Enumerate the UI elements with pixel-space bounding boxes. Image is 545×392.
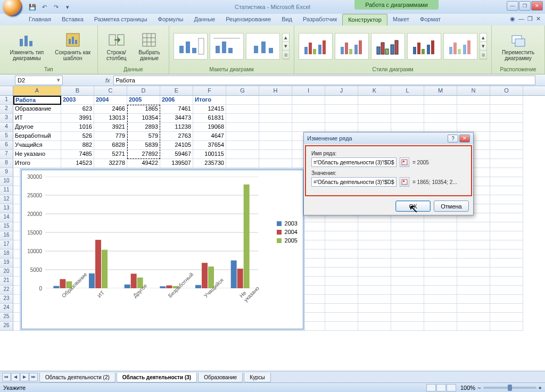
layout-option[interactable] bbox=[210, 33, 244, 60]
cell[interactable] bbox=[490, 222, 523, 231]
cell[interactable] bbox=[358, 114, 391, 123]
cell[interactable] bbox=[325, 304, 358, 313]
cell[interactable] bbox=[457, 313, 490, 322]
dialog-close-button[interactable]: ✕ bbox=[459, 135, 470, 143]
cell[interactable] bbox=[490, 231, 523, 240]
cell[interactable] bbox=[424, 231, 457, 240]
column-header[interactable]: E bbox=[160, 86, 193, 95]
dialog-help-button[interactable]: ? bbox=[448, 135, 458, 143]
cell[interactable] bbox=[457, 123, 490, 132]
cell[interactable] bbox=[490, 277, 523, 286]
cell[interactable]: 139507 bbox=[160, 159, 193, 168]
redo-icon[interactable]: ↷ bbox=[51, 2, 61, 12]
cell[interactable] bbox=[490, 258, 523, 268]
cell[interactable] bbox=[358, 258, 391, 268]
column-header[interactable]: F bbox=[193, 86, 226, 95]
dialog-titlebar[interactable]: Изменение ряда ? ✕ bbox=[304, 132, 473, 144]
cell[interactable]: 5839 bbox=[127, 141, 160, 150]
doc-restore-icon[interactable]: ❐ bbox=[527, 15, 533, 22]
row-header[interactable]: 6 bbox=[0, 141, 13, 150]
cell[interactable] bbox=[457, 322, 490, 331]
cell[interactable]: 100115 bbox=[193, 150, 226, 159]
series-values-input[interactable] bbox=[311, 177, 397, 187]
row-header[interactable]: 26 bbox=[0, 322, 13, 331]
cell[interactable]: 59467 bbox=[160, 150, 193, 159]
cell[interactable]: 49422 bbox=[127, 159, 160, 168]
range-picker-icon[interactable] bbox=[400, 177, 409, 187]
ribbon-tab[interactable]: Разработчик bbox=[298, 14, 342, 26]
cell[interactable]: Итого bbox=[13, 159, 61, 168]
cell[interactable] bbox=[457, 105, 490, 114]
cell[interactable] bbox=[391, 277, 424, 286]
cell[interactable] bbox=[490, 195, 523, 204]
cell[interactable]: 2003 bbox=[61, 96, 94, 105]
cell[interactable] bbox=[457, 286, 490, 295]
cell[interactable]: 1016 bbox=[61, 123, 94, 132]
cell[interactable]: Работа bbox=[13, 96, 61, 105]
cell[interactable] bbox=[391, 268, 424, 277]
cell[interactable] bbox=[490, 150, 523, 159]
cell[interactable] bbox=[391, 96, 424, 105]
cell[interactable]: 526 bbox=[61, 132, 94, 141]
zoom-slider[interactable] bbox=[483, 387, 536, 389]
cell[interactable]: 7485 bbox=[61, 150, 94, 159]
select-all-triangle[interactable] bbox=[0, 86, 13, 95]
cell[interactable] bbox=[490, 132, 523, 141]
column-header[interactable]: N bbox=[457, 86, 490, 95]
cell[interactable] bbox=[325, 322, 358, 331]
cell[interactable]: Учащийся bbox=[13, 141, 61, 150]
cell[interactable] bbox=[424, 268, 457, 277]
row-header[interactable]: 8 bbox=[0, 159, 13, 168]
row-header[interactable]: 18 bbox=[0, 249, 13, 258]
column-header[interactable]: M bbox=[424, 86, 457, 95]
cell[interactable]: 13013 bbox=[94, 114, 127, 123]
cell[interactable] bbox=[292, 123, 325, 132]
cell[interactable] bbox=[424, 249, 457, 258]
cell[interactable]: 3921 bbox=[94, 123, 127, 132]
cell[interactable] bbox=[490, 186, 523, 195]
worksheet-grid[interactable]: ABCDEFGHIJKLMNO 1Работа2003200420052006И… bbox=[0, 86, 545, 371]
cell[interactable] bbox=[358, 96, 391, 105]
cell[interactable] bbox=[490, 159, 523, 168]
cell[interactable] bbox=[457, 240, 490, 249]
column-header[interactable]: L bbox=[391, 86, 424, 95]
zoom-in-icon[interactable]: + bbox=[539, 385, 542, 391]
cell[interactable]: 4647 bbox=[193, 132, 226, 141]
style-option[interactable] bbox=[371, 33, 405, 60]
cell[interactable]: 2466 bbox=[94, 105, 127, 114]
cell[interactable] bbox=[325, 123, 358, 132]
cell[interactable]: 10354 bbox=[127, 114, 160, 123]
cell[interactable]: 2005 bbox=[127, 96, 160, 105]
cell[interactable]: 579 bbox=[127, 132, 160, 141]
cell[interactable] bbox=[457, 277, 490, 286]
cell[interactable] bbox=[358, 249, 391, 258]
cell[interactable]: 1865 bbox=[127, 105, 160, 114]
cell[interactable] bbox=[226, 105, 259, 114]
cell[interactable]: 37654 bbox=[193, 141, 226, 150]
cell[interactable]: 32278 bbox=[94, 159, 127, 168]
cell[interactable] bbox=[358, 277, 391, 286]
cell[interactable] bbox=[391, 313, 424, 322]
qat-dropdown-icon[interactable]: ▾ bbox=[63, 2, 72, 12]
cell[interactable] bbox=[259, 114, 292, 123]
cell[interactable] bbox=[490, 213, 523, 222]
cell[interactable]: 24105 bbox=[160, 141, 193, 150]
cell[interactable] bbox=[358, 222, 391, 231]
cell[interactable]: Другое bbox=[13, 123, 61, 132]
help-icon[interactable]: ◉ bbox=[510, 15, 515, 22]
row-header[interactable]: 19 bbox=[0, 258, 13, 268]
row-header[interactable]: 16 bbox=[0, 231, 13, 240]
cell[interactable]: 2763 bbox=[160, 132, 193, 141]
cell[interactable]: ИТ bbox=[13, 114, 61, 123]
cell[interactable] bbox=[325, 258, 358, 268]
series-name-input[interactable] bbox=[311, 157, 397, 167]
cell[interactable]: 34473 bbox=[160, 114, 193, 123]
fx-icon[interactable]: fx bbox=[105, 77, 110, 84]
cell[interactable] bbox=[490, 249, 523, 258]
cell[interactable] bbox=[457, 304, 490, 313]
cell[interactable] bbox=[292, 114, 325, 123]
cell[interactable] bbox=[490, 286, 523, 295]
cell[interactable] bbox=[391, 286, 424, 295]
cell[interactable]: 779 bbox=[94, 132, 127, 141]
cell[interactable] bbox=[325, 313, 358, 322]
